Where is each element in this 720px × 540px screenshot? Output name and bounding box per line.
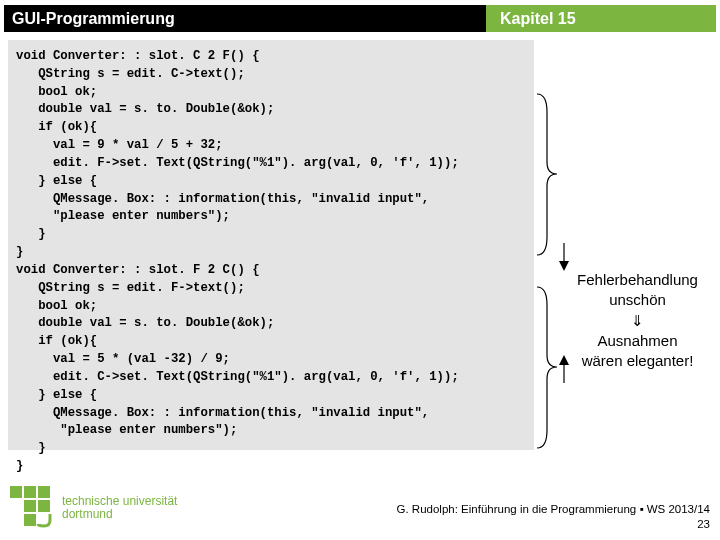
slide-header: GUI-Programmierung Kapitel 15 bbox=[4, 5, 716, 32]
annotation-line3: Ausnahmen bbox=[560, 331, 715, 351]
page-number: 23 bbox=[397, 517, 710, 532]
footer-uni-text: technische universität dortmund bbox=[62, 495, 177, 521]
annotation-line4: wären eleganter! bbox=[560, 351, 715, 371]
annotation-line1: Fehlerbehandlung bbox=[560, 270, 715, 290]
annotation-line2: unschön bbox=[560, 290, 715, 310]
annotation-arrow: ⇓ bbox=[560, 311, 715, 331]
credit-line: G. Rudolph: Einführung in die Programmie… bbox=[397, 502, 710, 517]
brace-top-icon bbox=[535, 92, 560, 257]
uni-line2: dortmund bbox=[62, 508, 177, 521]
svg-rect-9 bbox=[24, 514, 36, 526]
header-title-left: GUI-Programmierung bbox=[4, 10, 486, 28]
arrow-down-top-icon bbox=[558, 243, 570, 271]
annotation-box: Fehlerbehandlung unschön ⇓ Ausnahmen wär… bbox=[560, 270, 715, 371]
footer-credit: G. Rudolph: Einführung in die Programmie… bbox=[397, 502, 710, 532]
header-title-right: Kapitel 15 bbox=[486, 5, 716, 32]
svg-rect-8 bbox=[38, 500, 50, 512]
svg-rect-5 bbox=[24, 486, 36, 498]
code-block: void Converter: : slot. C 2 F() { QStrin… bbox=[8, 40, 534, 450]
tu-logo-icon bbox=[10, 486, 54, 530]
brace-bottom-icon bbox=[535, 285, 560, 450]
svg-rect-6 bbox=[38, 486, 50, 498]
svg-rect-7 bbox=[24, 500, 36, 512]
svg-rect-4 bbox=[10, 486, 22, 498]
footer-logo: technische universität dortmund bbox=[10, 486, 177, 530]
